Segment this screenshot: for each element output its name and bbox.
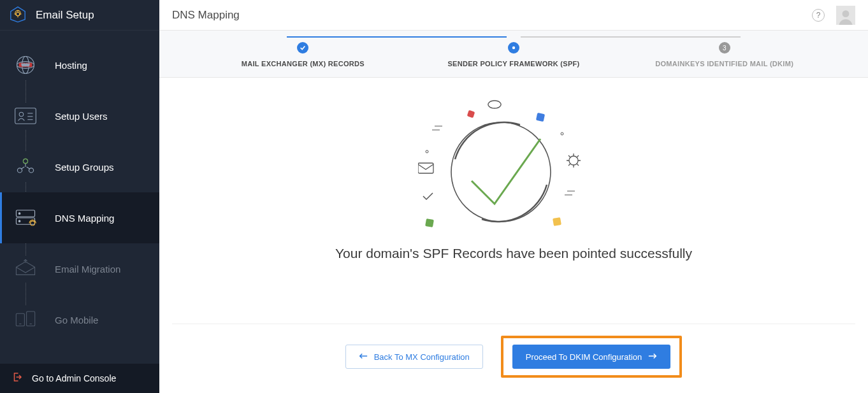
highlight-box: Proceed To DKIM Configuration — [501, 336, 683, 378]
mobile-devices-icon — [9, 306, 42, 334]
groups-icon — [9, 152, 42, 182]
success-illustration — [418, 97, 609, 237]
exit-icon — [11, 371, 23, 385]
sidebar-item-label: Setup Groups — [55, 162, 114, 173]
dns-server-icon — [9, 204, 42, 232]
sidebar-item-label: DNS Mapping — [55, 213, 114, 224]
sidebar-item-setup-groups[interactable]: Setup Groups — [0, 141, 159, 192]
back-button-label: Back To MX Configuration — [374, 352, 470, 362]
step-dot-pending: 3 — [719, 42, 730, 54]
content: Your domain's SPF Records have been poin… — [159, 78, 868, 393]
svg-rect-38 — [553, 217, 561, 226]
step-label: MAIL EXCHANGER (MX) RECORDS — [242, 60, 365, 68]
svg-rect-27 — [536, 113, 545, 122]
svg-text:WWW: WWW — [22, 64, 30, 67]
sidebar-item-dns-mapping[interactable]: DNS Mapping — [0, 192, 159, 243]
step-line-2 — [521, 36, 741, 38]
avatar[interactable] — [836, 6, 855, 25]
svg-rect-37 — [425, 218, 434, 227]
globe-hosting-icon: WWW — [9, 50, 42, 80]
sidebar-item-setup-users[interactable]: Setup Users — [0, 90, 159, 141]
arrow-left-icon — [359, 352, 368, 362]
step-dot-current — [508, 42, 519, 54]
sidebar-footer-admin-console[interactable]: Go to Admin Console — [0, 364, 159, 393]
step-spf[interactable]: SENDER POLICY FRAMEWORK (SPF) — [409, 42, 619, 68]
svg-rect-6 — [15, 108, 36, 124]
sidebar-nav: WWW Hosting Setup Users — [0, 31, 159, 364]
main-header: DNS Mapping ? — [159, 0, 868, 31]
step-mx[interactable]: MAIL EXCHANGER (MX) RECORDS — [198, 42, 409, 68]
user-card-icon — [9, 103, 42, 129]
proceed-button[interactable]: Proceed To DKIM Configuration — [512, 345, 671, 369]
svg-point-0 — [16, 12, 20, 16]
svg-point-18 — [18, 220, 20, 222]
email-setup-logo-icon — [9, 5, 27, 25]
svg-point-33 — [569, 156, 578, 165]
svg-point-17 — [18, 213, 20, 215]
svg-point-14 — [23, 159, 27, 163]
sidebar-item-label: Hosting — [55, 60, 87, 71]
success-message: Your domain's SPF Records have been poin… — [335, 246, 692, 261]
step-label: DOMAINKEYS IDENTIFIED MAIL (DKIM) — [655, 60, 793, 68]
help-icon[interactable]: ? — [812, 9, 825, 22]
proceed-button-label: Proceed To DKIM Configuration — [526, 352, 642, 362]
svg-point-24 — [843, 10, 850, 17]
sidebar-item-hosting[interactable]: WWW Hosting — [0, 39, 159, 90]
sidebar: Email Setup WWW Hosting — [0, 0, 159, 393]
svg-point-25 — [512, 46, 515, 49]
step-dkim[interactable]: 3 DOMAINKEYS IDENTIFIED MAIL (DKIM) — [619, 42, 830, 68]
sidebar-item-label: Email Migration — [55, 264, 120, 275]
step-label: SENDER POLICY FRAMEWORK (SPF) — [447, 60, 579, 68]
svg-rect-26 — [467, 110, 475, 118]
svg-point-7 — [19, 112, 24, 117]
sidebar-item-email-migration[interactable]: Email Migration — [0, 243, 159, 294]
migration-icon — [9, 255, 42, 282]
sidebar-header: Email Setup — [0, 0, 159, 31]
header-actions: ? — [812, 6, 855, 25]
sidebar-item-label: Go Mobile — [55, 315, 98, 325]
sidebar-footer-label: Go to Admin Console — [32, 373, 116, 383]
sidebar-title: Email Setup — [36, 9, 94, 22]
sidebar-item-label: Setup Users — [55, 111, 108, 122]
svg-point-30 — [561, 132, 563, 135]
stepper: MAIL EXCHANGER (MX) RECORDS SENDER POLIC… — [159, 31, 868, 78]
sidebar-item-go-mobile[interactable]: Go Mobile — [0, 294, 159, 345]
svg-point-36 — [451, 122, 551, 222]
svg-point-31 — [426, 150, 428, 153]
step-line-1 — [287, 36, 507, 38]
button-row: Back To MX Configuration Proceed To DKIM… — [172, 324, 855, 393]
page-title: DNS Mapping — [172, 9, 240, 22]
main: DNS Mapping ? MAIL EXCHANGER (MX) RECORD… — [159, 0, 868, 393]
check-icon — [297, 42, 308, 54]
back-button[interactable]: Back To MX Configuration — [345, 345, 483, 369]
svg-rect-32 — [418, 163, 433, 173]
arrow-right-icon — [648, 352, 657, 362]
svg-point-19 — [31, 221, 35, 225]
